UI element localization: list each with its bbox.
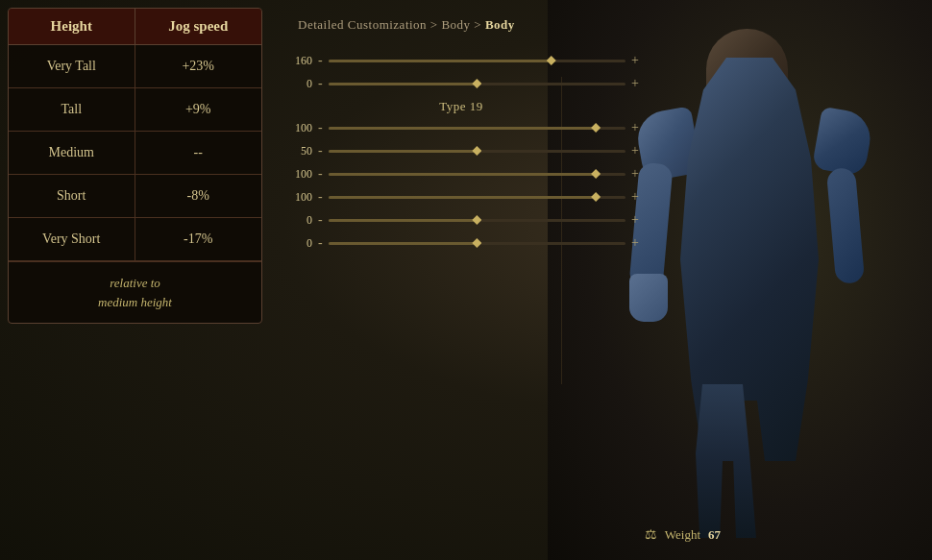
slider-thumb-6[interactable] <box>591 192 601 202</box>
slider-thumb-7[interactable] <box>472 215 481 225</box>
weight-bar: ⚖ Weight 67 <box>645 526 721 543</box>
note-line1: relative to <box>110 276 160 290</box>
slider-thumb-1[interactable] <box>547 56 556 65</box>
slider-thumb-4[interactable] <box>472 146 481 156</box>
table-row: Very Tall +23% <box>9 45 261 88</box>
slider-track-3[interactable] <box>329 127 625 130</box>
slider-track-5[interactable] <box>329 173 625 176</box>
weight-icon: ⚖ <box>645 526 657 543</box>
table-row: Medium -- <box>9 132 261 175</box>
table-row: Very Short -17% <box>9 218 261 261</box>
slider-thumb-3[interactable] <box>591 123 601 133</box>
breadcrumb-current: Body <box>485 17 515 32</box>
slider-plus-5[interactable]: + <box>631 166 639 182</box>
slider-plus-6[interactable]: + <box>631 189 639 205</box>
slider-val-7: 0 <box>283 213 312 228</box>
slider-fill-8 <box>329 242 478 245</box>
weight-label: Weight <box>665 527 700 543</box>
slider-row-6: 100 - + <box>283 189 639 205</box>
slider-val-2: 0 <box>283 77 312 91</box>
breadcrumb-path: Detailed Customization > Body > <box>298 17 485 32</box>
speed-short: -8% <box>135 175 262 217</box>
slider-fill-7 <box>329 219 478 222</box>
note-line2: medium height <box>98 295 172 309</box>
slider-val-8: 0 <box>283 236 312 251</box>
slider-minus-1[interactable]: - <box>318 53 323 68</box>
slider-minus-2[interactable]: - <box>318 76 323 91</box>
slider-minus-7[interactable]: - <box>318 212 323 228</box>
speed-medium: -- <box>135 132 262 174</box>
character-figure <box>625 19 874 538</box>
table-row: Short -8% <box>9 175 261 218</box>
height-short: Short <box>9 175 135 217</box>
slider-plus-8[interactable]: + <box>631 235 639 251</box>
slider-row-7: 0 - + <box>283 212 639 228</box>
slider-track-2[interactable] <box>329 83 625 85</box>
sliders-panel: 160 - + 0 - + Type 19 100 - + 50 - <box>283 53 639 258</box>
slider-track-8[interactable] <box>329 242 625 245</box>
slider-plus-4[interactable]: + <box>631 143 639 158</box>
slider-thumb-8[interactable] <box>472 238 481 248</box>
speed-very-tall: +23% <box>135 45 262 87</box>
slider-minus-8[interactable]: - <box>318 235 323 251</box>
table-note: relative to medium height <box>9 261 261 323</box>
height-medium: Medium <box>9 132 135 174</box>
slider-val-3: 100 <box>283 121 312 135</box>
slider-fill-3 <box>329 127 596 130</box>
slider-row-3: 100 - + <box>283 120 639 135</box>
height-table: Height Jog speed Very Tall +23% Tall +9%… <box>8 8 262 324</box>
slider-thumb-5[interactable] <box>591 169 601 179</box>
slider-val-6: 100 <box>283 190 312 205</box>
slider-val-5: 100 <box>283 167 312 182</box>
slider-plus-1[interactable]: + <box>631 53 639 68</box>
slider-row-1: 160 - + <box>283 53 639 68</box>
slider-row-2: 0 - + <box>283 76 639 91</box>
slider-row-5: 100 - + <box>283 166 639 182</box>
slider-val-1: 160 <box>283 54 312 68</box>
height-very-tall: Very Tall <box>9 45 135 87</box>
speed-tall: +9% <box>135 88 262 131</box>
slider-plus-7[interactable]: + <box>631 212 639 228</box>
char-gauntlet <box>629 274 668 322</box>
slider-fill-1 <box>329 60 552 62</box>
slider-thumb-2[interactable] <box>472 79 481 88</box>
speed-very-short: -17% <box>135 218 262 260</box>
slider-row-8: 0 - + <box>283 235 639 251</box>
breadcrumb: Detailed Customization > Body > Body <box>298 17 515 33</box>
header-height: Height <box>9 9 135 44</box>
slider-minus-6[interactable]: - <box>318 189 323 205</box>
height-tall: Tall <box>9 88 135 131</box>
slider-fill-2 <box>329 83 478 85</box>
slider-minus-5[interactable]: - <box>318 166 323 182</box>
table-row: Tall +9% <box>9 88 261 132</box>
slider-track-6[interactable] <box>329 196 625 199</box>
slider-track-7[interactable] <box>329 219 625 222</box>
height-very-short: Very Short <box>9 218 135 260</box>
slider-track-4[interactable] <box>329 150 625 153</box>
slider-val-4: 50 <box>283 144 312 158</box>
slider-minus-3[interactable]: - <box>318 120 323 135</box>
slider-fill-4 <box>329 150 478 153</box>
slider-plus-2[interactable]: + <box>631 76 639 91</box>
char-arm-left <box>826 167 865 284</box>
char-body <box>673 58 826 461</box>
slider-fill-6 <box>329 196 596 199</box>
table-header: Height Jog speed <box>9 9 261 45</box>
slider-fill-5 <box>329 173 596 176</box>
type-label: Type 19 <box>283 99 639 114</box>
slider-minus-4[interactable]: - <box>318 143 323 158</box>
char-shoulder-left <box>812 107 874 178</box>
weight-value: 67 <box>708 527 721 543</box>
header-jog-speed: Jog speed <box>135 9 262 44</box>
slider-row-4: 50 - + <box>283 143 639 158</box>
slider-plus-3[interactable]: + <box>631 120 639 135</box>
slider-track-1[interactable] <box>329 60 625 62</box>
